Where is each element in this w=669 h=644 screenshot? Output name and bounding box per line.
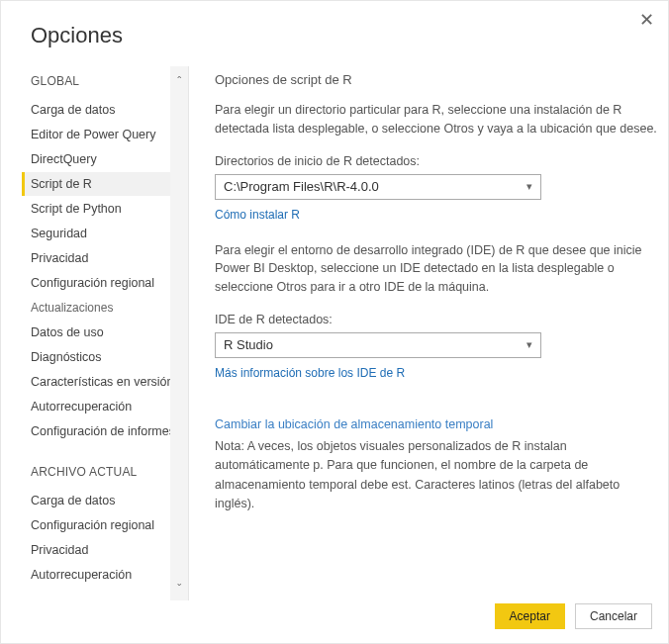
r-directory-select[interactable]: C:\Program Files\R\R-4.0.0 ▾ <box>215 174 541 200</box>
sidebar-item[interactable]: Seguridad <box>25 222 170 245</box>
note-text: Nota: A veces, los objetos visuales pers… <box>215 437 658 514</box>
main-panel: Opciones de script de R Para elegir un d… <box>189 66 668 600</box>
sidebar-item[interactable]: DirectQuery <box>25 147 170 171</box>
sidebar-item[interactable]: Script de Python <box>25 197 170 221</box>
scroll-down-icon[interactable]: ˅ <box>176 582 183 593</box>
ide-intro-text: Para elegir el entorno de desarrollo int… <box>215 241 658 297</box>
sidebar-item[interactable]: Privacidad <box>25 246 170 270</box>
install-r-link[interactable]: Cómo instalar R <box>215 208 300 222</box>
dialog-footer: Aceptar Cancelar <box>495 603 652 629</box>
sidebar-item[interactable]: Datos de uso <box>25 321 170 344</box>
sidebar-item[interactable]: Autorrecuperación <box>25 395 170 418</box>
r-directory-label: Directorios de inicio de R detectados: <box>215 154 658 168</box>
r-ide-value: R Studio <box>224 337 273 352</box>
content: GLOBALCarga de datosEditor de Power Quer… <box>1 66 668 600</box>
sidebar-item[interactable]: Script de R <box>22 172 170 196</box>
sidebar-wrap: GLOBALCarga de datosEditor de Power Quer… <box>1 66 189 600</box>
section-header: ARCHIVO ACTUAL <box>31 465 170 479</box>
scrollbar[interactable]: ˄ ˅ <box>170 66 188 600</box>
r-ide-label: IDE de R detectados: <box>215 313 658 326</box>
cancel-button[interactable]: Cancelar <box>575 603 652 629</box>
dialog-title: Opciones <box>1 1 668 48</box>
intro-text: Para elegir un directorio particular par… <box>215 101 658 138</box>
sidebar: GLOBALCarga de datosEditor de Power Quer… <box>1 66 170 600</box>
chevron-down-icon: ▾ <box>526 338 532 351</box>
ok-button[interactable]: Aceptar <box>495 603 565 629</box>
sidebar-item[interactable]: Carga de datos <box>25 98 170 122</box>
close-button[interactable]: ✕ <box>639 9 654 31</box>
sidebar-item[interactable]: Configuración regional <box>25 271 170 295</box>
scroll-up-icon[interactable]: ˄ <box>176 74 183 85</box>
sidebar-item[interactable]: Diagnósticos <box>25 345 170 369</box>
close-icon: ✕ <box>639 10 654 30</box>
section-header: GLOBAL <box>31 74 170 88</box>
sidebar-item[interactable]: Editor de Power Query <box>25 123 170 146</box>
sidebar-item[interactable]: Autorrecuperación <box>25 563 170 587</box>
ide-info-link[interactable]: Más información sobre los IDE de R <box>215 366 405 380</box>
sidebar-item[interactable]: Carga de datos <box>25 489 170 512</box>
chevron-down-icon: ▾ <box>526 180 532 193</box>
sidebar-item[interactable]: Configuración regional <box>25 513 170 537</box>
temp-storage-link[interactable]: Cambiar la ubicación de almacenamiento t… <box>215 417 658 431</box>
sidebar-item[interactable]: Actualizaciones <box>25 296 170 320</box>
sidebar-item[interactable]: Privacidad <box>25 538 170 562</box>
r-ide-select[interactable]: R Studio ▾ <box>215 332 541 358</box>
r-directory-value: C:\Program Files\R\R-4.0.0 <box>224 179 379 194</box>
sidebar-item[interactable]: Características en versión preliminar <box>25 370 170 394</box>
sidebar-item[interactable]: Configuración de informes <box>25 419 170 443</box>
panel-title: Opciones de script de R <box>215 72 658 87</box>
